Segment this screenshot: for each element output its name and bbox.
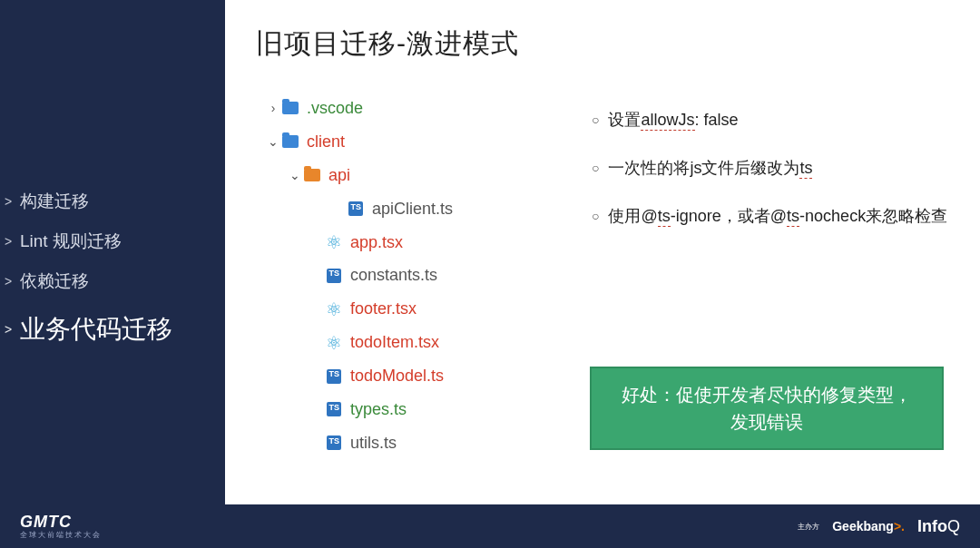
content-area: 旧项目迁移-激进模式 ›.vscode⌄client⌄apiTSapiClien… xyxy=(225,0,980,504)
sidebar-item[interactable]: >构建迁移 xyxy=(0,181,225,221)
react-file-icon: ⚛ xyxy=(325,302,343,317)
tree-row[interactable]: ⚛app.tsx xyxy=(256,226,555,259)
file-tree: ›.vscode⌄client⌄apiTSapiClient.ts⚛app.ts… xyxy=(256,92,555,460)
react-file-icon: ⚛ xyxy=(325,235,343,250)
bullet-text: 使用@ts-ignore，或者@ts-nocheck来忽略检查 xyxy=(608,204,947,229)
tree-row[interactable]: ⚛todoItem.tsx xyxy=(256,326,555,359)
sidebar-item-label: Lint 规则迁移 xyxy=(20,230,122,253)
tree-row[interactable]: TStodoModel.ts xyxy=(256,359,555,393)
tree-item-label: client xyxy=(307,125,345,159)
bullet-marker-icon: ○ xyxy=(592,159,599,181)
tree-row[interactable]: ›.vscode xyxy=(256,92,555,125)
tree-item-label: constants.ts xyxy=(350,259,437,292)
folder-icon xyxy=(303,168,321,182)
typescript-file-icon: TS xyxy=(325,402,343,416)
tree-item-label: todoItem.tsx xyxy=(350,326,439,359)
footer: GMTC 全球大前端技术大会 主办方 Geekbang>. InfoQ xyxy=(0,504,980,548)
tree-row[interactable]: TStypes.ts xyxy=(256,393,555,426)
chevron-right-icon: > xyxy=(2,274,15,289)
expand-arrow-icon: ⌄ xyxy=(267,129,279,155)
chevron-right-icon: > xyxy=(2,234,15,249)
tree-row[interactable]: ⚛footer.tsx xyxy=(256,292,555,326)
bullet-item: ○使用@ts-ignore，或者@ts-nocheck来忽略检查 xyxy=(592,204,949,229)
folder-icon xyxy=(281,101,299,115)
sidebar-item-label: 依赖迁移 xyxy=(20,269,89,293)
footer-brand: GMTC xyxy=(20,514,102,532)
tree-row[interactable]: ⌄api xyxy=(256,159,555,192)
typescript-file-icon: TS xyxy=(325,369,343,384)
chevron-right-icon: > xyxy=(2,322,15,337)
tree-item-label: todoModel.ts xyxy=(350,359,444,393)
tree-item-label: types.ts xyxy=(350,393,407,426)
footer-brand-sub: 全球大前端技术大会 xyxy=(20,532,102,540)
infoq-logo: InfoQ xyxy=(917,517,960,536)
expand-arrow-icon: › xyxy=(267,95,279,122)
react-file-icon: ⚛ xyxy=(325,336,343,350)
tree-row[interactable]: TSutils.ts xyxy=(256,426,555,460)
tree-item-label: utils.ts xyxy=(350,426,397,460)
bullet-text: 设置allowJs: false xyxy=(608,108,738,132)
tree-row[interactable]: TSconstants.ts xyxy=(256,259,555,292)
slide-title: 旧项目迁移-激进模式 xyxy=(256,25,949,63)
sidebar-item[interactable]: >Lint 规则迁移 xyxy=(0,221,225,261)
bullet-item: ○设置allowJs: false xyxy=(592,108,949,132)
sidebar-item-label: 构建迁移 xyxy=(20,190,89,213)
sidebar-item[interactable]: >依赖迁移 xyxy=(0,261,225,301)
geekbang-logo: Geekbang>. xyxy=(832,519,905,533)
chevron-right-icon: > xyxy=(2,194,15,209)
benefit-box: 好处：促使开发者尽快的修复类型，发现错误 xyxy=(590,367,944,450)
tree-row[interactable]: ⌄client xyxy=(256,125,555,159)
bullet-marker-icon: ○ xyxy=(592,207,599,229)
sidebar-item[interactable]: >业务代码迁移 xyxy=(0,301,225,355)
bullet-text: 一次性的将js文件后缀改为ts xyxy=(608,156,812,181)
tree-item-label: .vscode xyxy=(307,92,363,125)
typescript-file-icon: TS xyxy=(325,269,343,283)
tree-item-label: api xyxy=(328,159,350,192)
sidebar: >构建迁移>Lint 规则迁移>依赖迁移>业务代码迁移 xyxy=(0,0,225,504)
footer-host-label: 主办方 xyxy=(798,522,819,532)
folder-icon xyxy=(281,134,299,149)
tree-item-label: footer.tsx xyxy=(350,292,416,326)
bullet-marker-icon: ○ xyxy=(592,111,599,132)
expand-arrow-icon: ⌄ xyxy=(289,162,301,189)
sidebar-item-label: 业务代码迁移 xyxy=(20,312,172,347)
tree-item-label: apiClient.ts xyxy=(372,192,453,226)
typescript-file-icon: TS xyxy=(325,435,343,450)
tree-row[interactable]: TSapiClient.ts xyxy=(256,192,555,226)
bullet-item: ○一次性的将js文件后缀改为ts xyxy=(592,156,949,181)
typescript-file-icon: TS xyxy=(347,201,365,216)
tree-item-label: app.tsx xyxy=(350,226,403,259)
